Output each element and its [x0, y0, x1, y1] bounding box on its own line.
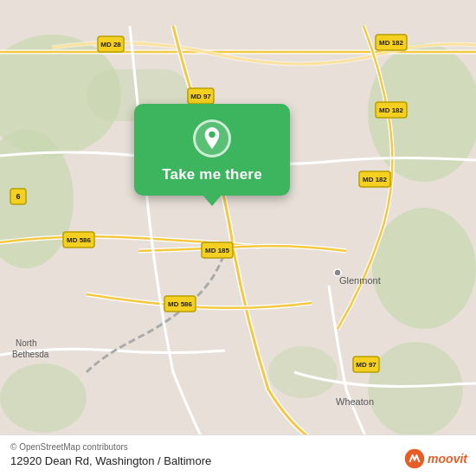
svg-text:MD 28: MD 28 — [100, 41, 121, 48]
svg-text:MD 586: MD 586 — [67, 236, 92, 244]
svg-text:MD 182: MD 182 — [379, 106, 404, 114]
svg-point-5 — [368, 342, 463, 437]
svg-point-6 — [0, 363, 87, 433]
svg-text:6: 6 — [16, 192, 20, 201]
svg-point-37 — [209, 132, 215, 138]
moovit-icon — [404, 448, 425, 469]
location-pin-icon — [203, 127, 222, 150]
bottom-bar: © OpenStreetMap contributors 12920 Dean … — [0, 434, 476, 476]
svg-text:Glenmont: Glenmont — [339, 275, 381, 286]
svg-point-35 — [334, 269, 341, 276]
svg-text:MD 182: MD 182 — [363, 176, 388, 183]
address-label: 12920 Dean Rd, Washington / Baltimore — [10, 454, 211, 467]
moovit-brand-name: moovit — [428, 452, 467, 466]
map-container: MD 97 MD 28 MD 182 MD 182 MD 182 6 MD 58… — [0, 0, 476, 476]
svg-point-8 — [268, 346, 338, 398]
svg-text:MD 586: MD 586 — [168, 300, 193, 308]
svg-text:MD 97: MD 97 — [190, 93, 211, 100]
svg-text:Wheaton: Wheaton — [336, 396, 374, 407]
popup-card[interactable]: Take me there — [134, 104, 290, 196]
attribution-text: © OpenStreetMap contributors — [10, 442, 466, 452]
svg-text:MD 185: MD 185 — [205, 247, 230, 254]
svg-point-4 — [372, 208, 476, 329]
location-icon-circle — [193, 119, 231, 158]
map-background: MD 97 MD 28 MD 182 MD 182 MD 182 6 MD 58… — [0, 0, 476, 476]
svg-text:MD 97: MD 97 — [356, 361, 376, 369]
take-me-there-button[interactable]: Take me there — [162, 166, 262, 183]
moovit-logo: moovit — [404, 448, 467, 469]
svg-text:North: North — [16, 338, 36, 348]
svg-text:Bethesda: Bethesda — [12, 350, 49, 359]
svg-text:MD 182: MD 182 — [379, 39, 404, 47]
